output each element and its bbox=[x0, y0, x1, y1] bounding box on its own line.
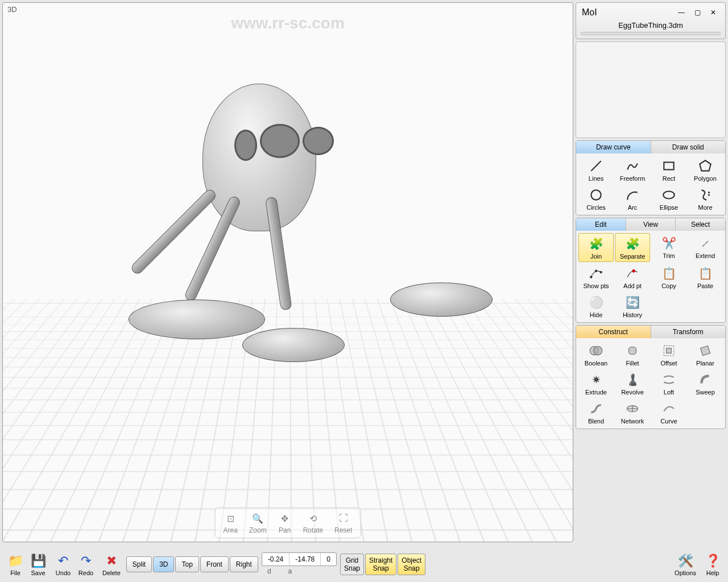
history-label: History bbox=[623, 311, 642, 318]
zoom-icon: 🔍 bbox=[251, 512, 264, 525]
blend-tool[interactable]: Blend bbox=[578, 398, 614, 426]
tab-draw-solid[interactable]: Draw solid bbox=[651, 141, 726, 153]
ellipse-icon bbox=[660, 186, 677, 203]
rect-tool[interactable]: Rect bbox=[651, 156, 686, 184]
curve-tool[interactable]: Curve bbox=[651, 398, 686, 426]
history-tool[interactable]: 🔄History bbox=[615, 292, 650, 320]
offset-icon bbox=[660, 342, 677, 359]
curve-icon bbox=[660, 400, 677, 417]
save-button[interactable]: 💾Save bbox=[27, 551, 49, 577]
coord-readout: -0.24 -14.78 0 bbox=[262, 552, 337, 566]
revolve-tool[interactable]: ♟️Revolve bbox=[615, 369, 650, 397]
options-button[interactable]: 🛠️Options bbox=[672, 551, 698, 577]
object-snap-button[interactable]: ObjectSnap bbox=[398, 554, 425, 575]
lines-tool[interactable]: Lines bbox=[578, 156, 614, 184]
viewctrl-pan[interactable]: ✥Pan bbox=[275, 510, 295, 535]
app-title: MoI bbox=[582, 7, 597, 18]
info-area bbox=[576, 41, 726, 138]
app-header: MoI — ▢ ✕ EggTubeThing.3dm bbox=[576, 2, 726, 39]
copy-tool[interactable]: 📋Copy bbox=[651, 263, 686, 291]
ellipse-tool[interactable]: Ellipse bbox=[651, 185, 686, 213]
showpts-tool[interactable]: Show pts bbox=[578, 263, 614, 291]
help-button[interactable]: ❓Help bbox=[702, 551, 723, 577]
planar-tool[interactable]: Planar bbox=[688, 340, 723, 368]
view-split-button[interactable]: Split bbox=[126, 556, 152, 572]
sweep-tool[interactable]: Sweep bbox=[688, 369, 723, 397]
planar-icon bbox=[697, 342, 714, 359]
extrude-tool[interactable]: ✷Extrude bbox=[578, 369, 614, 397]
network-tool[interactable]: Network bbox=[615, 398, 650, 426]
paste-label: Paste bbox=[697, 282, 713, 289]
coord-a: a bbox=[288, 567, 292, 575]
loft-tool[interactable]: Loft bbox=[651, 369, 686, 397]
view-top-button[interactable]: Top bbox=[175, 556, 198, 572]
viewctrl-rotate[interactable]: ⟲Rotate bbox=[300, 510, 326, 535]
tab-select[interactable]: Select bbox=[676, 218, 725, 231]
copy-label: Copy bbox=[661, 282, 676, 289]
svg-point-4 bbox=[663, 192, 675, 199]
curve-label: Curve bbox=[660, 418, 677, 425]
viewport-3d[interactable]: 3D www.rr-sc.com ⊡Area🔍Zoom✥Pan⟲Rotate⛶R… bbox=[2, 2, 573, 542]
polygon-label: Polygon bbox=[694, 175, 717, 182]
join-tool[interactable]: 🧩Join bbox=[578, 233, 614, 262]
loft-icon bbox=[660, 371, 677, 388]
svg-rect-15 bbox=[667, 348, 672, 354]
fillet-tool[interactable]: Fillet bbox=[615, 340, 650, 368]
extend-tool[interactable]: ⟋Extend bbox=[688, 233, 723, 262]
viewctrl-zoom[interactable]: 🔍Zoom bbox=[246, 510, 270, 535]
straight-snap-button[interactable]: StraightSnap bbox=[365, 554, 396, 575]
paste-tool[interactable]: 📋Paste bbox=[688, 263, 723, 291]
separate-icon: 🧩 bbox=[624, 235, 641, 252]
freeform-tool[interactable]: Freeform bbox=[615, 156, 650, 184]
coord-y: -14.78 bbox=[289, 553, 321, 566]
copy-icon: 📋 bbox=[660, 265, 677, 282]
undo-button[interactable]: ↶Undo bbox=[52, 551, 74, 577]
redo-button[interactable]: ↷Redo bbox=[75, 551, 97, 577]
showpts-icon bbox=[588, 265, 605, 282]
fillet-icon bbox=[624, 342, 641, 359]
tab-view[interactable]: View bbox=[626, 218, 676, 231]
delete-button[interactable]: ✖Delete bbox=[100, 551, 123, 577]
polygon-tool[interactable]: Polygon bbox=[688, 156, 723, 184]
view-controls: ⊡Area🔍Zoom✥Pan⟲Rotate⛶Reset bbox=[215, 508, 361, 538]
revolve-label: Revolve bbox=[621, 389, 644, 396]
pan-icon: ✥ bbox=[278, 512, 292, 525]
extrude-icon: ✷ bbox=[588, 371, 605, 388]
trim-tool[interactable]: ✂️Trim bbox=[651, 233, 686, 262]
hide-tool[interactable]: ⚪Hide bbox=[578, 292, 614, 320]
view-3d-button[interactable]: 3D bbox=[153, 556, 174, 572]
extend-label: Extend bbox=[696, 252, 715, 259]
circles-tool[interactable]: Circles bbox=[578, 185, 614, 213]
arc-tool[interactable]: Arc bbox=[615, 185, 650, 213]
coord-d: d bbox=[267, 567, 271, 575]
more-tool[interactable]: More bbox=[688, 185, 723, 213]
tab-edit[interactable]: Edit bbox=[576, 218, 626, 231]
grid-snap-button[interactable]: GridSnap bbox=[340, 554, 364, 575]
boolean-tool[interactable]: Boolean bbox=[578, 340, 614, 368]
addpt-tool[interactable]: Add pt bbox=[615, 263, 650, 291]
paste-icon: 📋 bbox=[697, 265, 714, 282]
trim-label: Trim bbox=[663, 252, 675, 259]
view-right-button[interactable]: Right bbox=[230, 556, 258, 572]
minimize-button[interactable]: — bbox=[675, 6, 688, 19]
sidebar: MoI — ▢ ✕ EggTubeThing.3dm Draw curve Dr… bbox=[573, 0, 728, 544]
coord-x: -0.24 bbox=[262, 553, 289, 566]
join-icon: 🧩 bbox=[588, 235, 605, 252]
area-icon: ⊡ bbox=[224, 512, 237, 525]
viewctrl-reset[interactable]: ⛶Reset bbox=[331, 510, 355, 535]
ellipse-label: Ellipse bbox=[660, 204, 678, 211]
rect-icon bbox=[660, 157, 677, 174]
network-label: Network bbox=[621, 418, 644, 425]
rect-label: Rect bbox=[663, 175, 676, 182]
tab-draw-curve[interactable]: Draw curve bbox=[576, 141, 651, 153]
offset-tool[interactable]: Offset bbox=[651, 340, 686, 368]
file-button[interactable]: 📁File bbox=[5, 551, 26, 577]
tab-construct[interactable]: Construct bbox=[576, 326, 651, 338]
tab-transform[interactable]: Transform bbox=[651, 326, 726, 338]
view-front-button[interactable]: Front bbox=[200, 556, 229, 572]
fillet-label: Fillet bbox=[626, 360, 639, 367]
separate-tool[interactable]: 🧩Separate bbox=[615, 233, 650, 262]
close-button[interactable]: ✕ bbox=[707, 6, 719, 19]
viewctrl-area[interactable]: ⊡Area bbox=[220, 510, 241, 535]
maximize-button[interactable]: ▢ bbox=[691, 6, 704, 19]
